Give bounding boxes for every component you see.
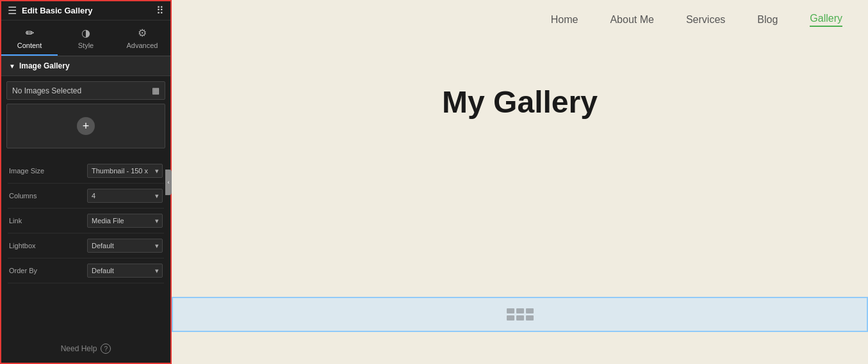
nav-services[interactable]: Services: [686, 14, 725, 26]
question-mark: ?: [104, 345, 108, 352]
lightbox-select[interactable]: Default Yes No: [87, 239, 163, 253]
tab-content-label: Content: [17, 42, 42, 49]
image-size-select-wrapper: Thumbnail - 150 x 15 Medium Large Full: [87, 164, 163, 178]
top-bar: ☰ Edit Basic Gallery ⠿: [1, 1, 170, 20]
tab-advanced[interactable]: ⚙ Advanced: [114, 20, 170, 56]
panel-title: Edit Basic Gallery: [22, 6, 93, 15]
main-area: ‹ Home About Me Services Blog Gallery My…: [172, 0, 868, 364]
no-images-row: No Images Selected ▦: [6, 81, 165, 100]
pencil-icon: ✏: [26, 27, 34, 39]
image-gallery-area: No Images Selected ▦ +: [1, 76, 170, 154]
hamburger-icon[interactable]: ☰: [8, 4, 17, 17]
link-select[interactable]: Media File Attachment Page None: [87, 214, 163, 228]
grid-icon[interactable]: ▦: [152, 86, 160, 95]
help-icon: ?: [101, 344, 111, 354]
chevron-down-icon: ▼: [9, 63, 15, 70]
tab-content[interactable]: ✏ Content: [1, 20, 58, 56]
gear-icon: ⚙: [138, 27, 147, 39]
columns-select-wrapper: 1 2 3 4 5 6: [87, 189, 163, 203]
lightbox-label: Lightbox: [9, 242, 60, 249]
nav-gallery[interactable]: Gallery: [810, 13, 842, 27]
lightbox-row: Lightbox Default Yes No: [8, 233, 164, 258]
dots-menu-icon[interactable]: ⠿: [156, 4, 164, 17]
need-help[interactable]: Need Help ?: [1, 335, 170, 363]
add-image-box: +: [6, 104, 165, 148]
empty-gallery: [172, 297, 868, 332]
gallery-title: My Gallery: [172, 84, 868, 120]
plus-icon: +: [83, 120, 90, 133]
link-select-wrapper: Media File Attachment Page None: [87, 214, 163, 228]
need-help-label: Need Help: [61, 344, 97, 353]
image-size-label: Image Size: [9, 167, 60, 175]
fields-area: Image Size Thumbnail - 150 x 15 Medium L…: [1, 154, 170, 289]
image-gallery-section-header[interactable]: ▼ Image Gallery: [1, 56, 170, 76]
nav-bar: Home About Me Services Blog Gallery: [172, 0, 868, 33]
nav-home[interactable]: Home: [551, 14, 578, 26]
no-images-text: No Images Selected: [12, 86, 81, 95]
order-by-row: Order By Default Date Title Random: [8, 258, 164, 283]
order-by-select-wrapper: Default Date Title Random: [87, 264, 163, 278]
grid-placeholder-icon: [507, 308, 534, 320]
columns-label: Columns: [9, 192, 60, 200]
section-label: Image Gallery: [19, 61, 70, 70]
add-image-button[interactable]: +: [77, 117, 95, 135]
image-size-select[interactable]: Thumbnail - 150 x 15 Medium Large Full: [87, 164, 163, 178]
link-label: Link: [9, 217, 60, 225]
nav-blog[interactable]: Blog: [757, 14, 778, 26]
collapse-handle[interactable]: ‹: [165, 170, 172, 195]
lightbox-select-wrapper: Default Yes No: [87, 239, 163, 253]
tab-style[interactable]: ◑ Style: [58, 20, 114, 56]
order-by-label: Order By: [9, 267, 60, 274]
circle-half-icon: ◑: [81, 27, 90, 39]
columns-row: Columns 1 2 3 4 5 6: [8, 184, 164, 209]
tab-style-label: Style: [78, 42, 94, 49]
left-panel: ☰ Edit Basic Gallery ⠿ ✏ Content ◑ Style…: [0, 0, 172, 364]
nav-about-me[interactable]: About Me: [610, 14, 653, 26]
tabs-bar: ✏ Content ◑ Style ⚙ Advanced: [1, 20, 170, 56]
tab-advanced-label: Advanced: [127, 42, 158, 49]
link-row: Link Media File Attachment Page None: [8, 209, 164, 233]
columns-select[interactable]: 1 2 3 4 5 6: [87, 189, 163, 203]
image-size-row: Image Size Thumbnail - 150 x 15 Medium L…: [8, 159, 164, 184]
order-by-select[interactable]: Default Date Title Random: [87, 264, 163, 278]
